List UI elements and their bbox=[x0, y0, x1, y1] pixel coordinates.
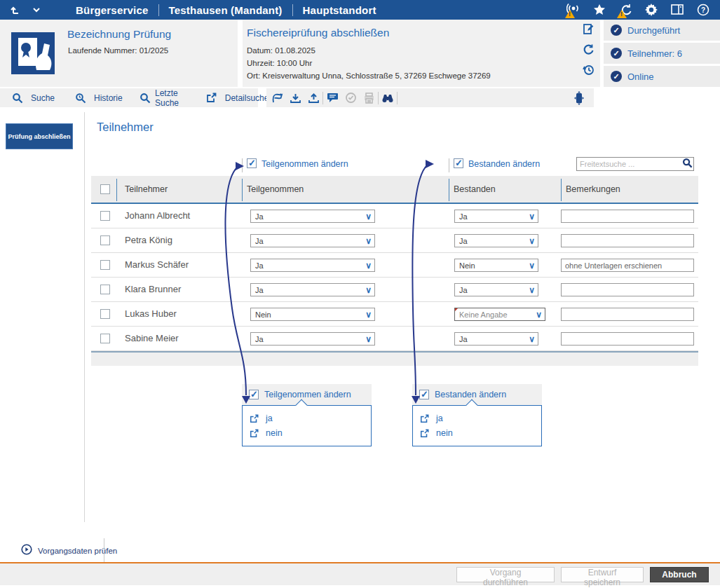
vorgang-durchfuehren-button[interactable]: Vorgang durchführen bbox=[456, 567, 555, 582]
status-teilnehmer: ✓ Teilnehmer: 6 bbox=[604, 43, 720, 64]
search-icon bbox=[140, 88, 151, 107]
letzte-suche-button[interactable]: Letzte Suche bbox=[131, 88, 194, 107]
teilgenommen-select[interactable]: Ja∨ bbox=[250, 283, 375, 296]
bestanden-select[interactable]: Ja∨ bbox=[454, 332, 538, 346]
popup-menu-teilgenommen: ja nein bbox=[242, 405, 372, 446]
process-title: Fischereiprüfung abschließen bbox=[247, 27, 389, 39]
row-checkbox[interactable] bbox=[100, 285, 110, 294]
status-online: ✓ Online bbox=[604, 66, 720, 87]
search-input[interactable] bbox=[577, 160, 682, 168]
bulk-bestanden-checkbox[interactable] bbox=[454, 158, 463, 168]
menu-item-ja[interactable]: ja bbox=[420, 413, 443, 423]
process-time: Uhrzeit: 10:00 Uhr bbox=[247, 59, 312, 67]
printer-icon bbox=[360, 88, 378, 107]
bestanden-select[interactable]: Nein∨ bbox=[454, 259, 538, 272]
popup-teilgenommen-label[interactable]: Teilgenommen ändern bbox=[264, 390, 351, 399]
teilgenommen-select[interactable]: Nein∨ bbox=[250, 308, 375, 321]
column-header-teilgenommen[interactable]: Teilgenommen bbox=[247, 184, 304, 194]
participant-name: Petra König bbox=[125, 235, 172, 245]
column-header-bemerkungen[interactable]: Bemerkungen bbox=[566, 184, 620, 194]
participant-name: Sabine Meier bbox=[125, 333, 179, 343]
play-circle-icon bbox=[21, 544, 32, 558]
external-link-icon bbox=[250, 429, 259, 438]
bottom-tab-bar: Vorgangsdaten prüfen bbox=[0, 533, 720, 563]
external-link-icon bbox=[203, 88, 221, 107]
tab-vorgangsdaten-pruefen[interactable]: Vorgangsdaten prüfen bbox=[0, 540, 117, 562]
popup-bestanden-label[interactable]: Bestanden ändern bbox=[435, 390, 506, 399]
table-row: Petra König Ja∨ Ja∨ bbox=[91, 228, 698, 253]
bemerkung-input[interactable] bbox=[561, 234, 694, 247]
chevron-down-icon: ∨ bbox=[526, 286, 538, 294]
bemerkung-input[interactable] bbox=[561, 283, 694, 296]
menu-item-nein[interactable]: nein bbox=[250, 428, 283, 438]
bulk-teilgenommen-checkbox[interactable] bbox=[247, 158, 257, 168]
history-clock-icon[interactable] bbox=[583, 64, 595, 78]
chevron-down-icon[interactable] bbox=[29, 3, 43, 17]
row-checkbox[interactable] bbox=[100, 235, 110, 245]
chevron-down-icon: ∨ bbox=[362, 286, 374, 294]
column-header-teilnehmer[interactable]: Teilnehmer bbox=[125, 184, 168, 194]
process-location: Ort: Kreisverwaltung Unna, Schlosstraße … bbox=[247, 71, 491, 80]
bemerkung-input[interactable] bbox=[561, 259, 694, 272]
exam-summary-section: Bezeichnung Prüfung Laufende Nummer: 01/… bbox=[0, 20, 238, 87]
binoculars-icon[interactable] bbox=[379, 88, 397, 107]
process-info-section: Fischereiprüfung abschließen Datum: 01.0… bbox=[243, 20, 600, 87]
teilgenommen-select[interactable]: Ja∨ bbox=[250, 259, 375, 272]
level-up-icon[interactable] bbox=[8, 3, 22, 17]
bemerkung-input[interactable] bbox=[561, 332, 694, 346]
select-all-checkbox[interactable] bbox=[100, 184, 110, 194]
popup-bestanden-checkbox[interactable] bbox=[419, 390, 429, 399]
star-icon[interactable] bbox=[592, 3, 606, 17]
exam-number: Laufende Nummer: 01/2025 bbox=[68, 46, 168, 55]
clipboard-edit-icon[interactable] bbox=[583, 23, 595, 38]
suche-button[interactable]: Suche bbox=[0, 88, 63, 107]
breadcrumb-app[interactable]: Bürgerservice bbox=[66, 4, 158, 16]
search-icon[interactable] bbox=[682, 158, 693, 171]
column-header-bestanden[interactable]: Bestanden bbox=[454, 184, 496, 194]
warning-badge bbox=[617, 10, 627, 18]
breadcrumb-standort[interactable]: Hauptstandort bbox=[292, 4, 386, 16]
search-history-icon bbox=[72, 88, 90, 107]
exam-title: Bezeichnung Prüfung bbox=[67, 28, 171, 41]
external-link-icon bbox=[420, 429, 429, 438]
check-circle-icon: ✓ bbox=[611, 48, 622, 59]
bemerkung-input[interactable] bbox=[561, 210, 694, 223]
teilgenommen-select[interactable]: Ja∨ bbox=[250, 332, 375, 346]
breadcrumb: Bürgerservice Testhausen (Mandant) Haupt… bbox=[66, 4, 386, 16]
entwurf-speichern-button[interactable]: Entwurf speichern bbox=[561, 567, 644, 582]
mobile-device-icon[interactable] bbox=[570, 88, 588, 107]
top-bar: Bürgerservice Testhausen (Mandant) Haupt… bbox=[0, 0, 720, 20]
teilgenommen-select[interactable]: Ja∨ bbox=[250, 234, 375, 247]
bestanden-select[interactable]: Ja∨ bbox=[454, 283, 538, 296]
row-checkbox[interactable] bbox=[100, 260, 110, 270]
comment-icon[interactable] bbox=[323, 88, 341, 107]
bemerkung-input[interactable] bbox=[561, 308, 694, 321]
row-checkbox[interactable] bbox=[100, 211, 110, 221]
sync-warning-icon[interactable] bbox=[618, 3, 632, 17]
gear-icon[interactable] bbox=[644, 3, 658, 17]
menu-item-ja[interactable]: ja bbox=[250, 413, 273, 423]
window-layout-icon[interactable] bbox=[670, 3, 684, 17]
flag-icon[interactable] bbox=[268, 88, 286, 107]
row-checkbox[interactable] bbox=[100, 334, 110, 343]
teilgenommen-select[interactable]: Ja∨ bbox=[250, 210, 375, 223]
row-checkbox[interactable] bbox=[100, 309, 110, 319]
abbruch-button[interactable]: Abbruch bbox=[650, 567, 709, 582]
antenna-warning-icon[interactable] bbox=[566, 3, 580, 17]
upload-icon[interactable] bbox=[304, 88, 322, 107]
chevron-down-icon: ∨ bbox=[362, 212, 374, 221]
popup-teilgenommen-checkbox[interactable] bbox=[249, 390, 259, 399]
sync-icon[interactable] bbox=[583, 43, 595, 58]
bulk-teilgenommen-label[interactable]: Teilgenommen ändern bbox=[261, 159, 348, 169]
detailsuche-button[interactable]: Detailsuche bbox=[194, 88, 278, 107]
bestanden-select[interactable]: Ja∨ bbox=[454, 210, 538, 223]
download-icon[interactable] bbox=[286, 88, 304, 107]
breadcrumb-mandant[interactable]: Testhausen (Mandant) bbox=[158, 4, 292, 16]
bestanden-select[interactable]: Ja∨ bbox=[454, 234, 538, 247]
bulk-bestanden-label[interactable]: Bestanden ändern bbox=[468, 159, 540, 169]
menu-item-nein[interactable]: nein bbox=[420, 428, 453, 438]
sidebar-item-pruefung-abschliessen[interactable]: Prüfung abschließen bbox=[6, 123, 73, 149]
historie-button[interactable]: Historie bbox=[63, 88, 131, 107]
help-icon[interactable]: ? bbox=[696, 3, 710, 17]
bestanden-select[interactable]: Keine Angabe∨ bbox=[454, 308, 545, 321]
